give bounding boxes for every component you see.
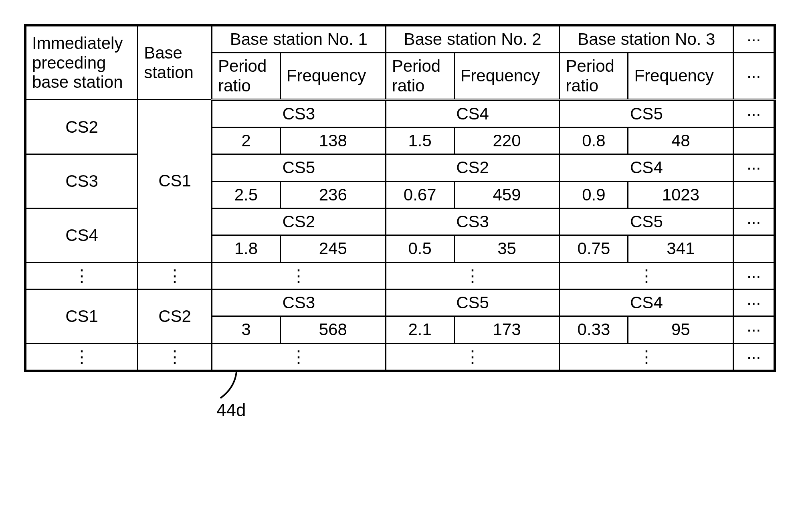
cell-ellipsis: ⋮ — [560, 343, 733, 371]
cell-trail: ··· — [733, 208, 775, 235]
header-bs2: Base station No. 2 — [386, 25, 560, 53]
cell-freq: 173 — [454, 316, 560, 343]
cell-trail — [733, 127, 775, 154]
header-frequency-2: Frequency — [454, 53, 560, 100]
cell-station-name: CS5 — [386, 289, 560, 316]
cell-trail: ··· — [733, 154, 775, 181]
cell-ratio: 1.5 — [386, 127, 454, 154]
cell-trail: ··· — [733, 343, 775, 371]
cell-ellipsis: ⋮ — [25, 343, 138, 371]
cell-station-name: CS4 — [560, 154, 733, 181]
header-frequency-3: Frequency — [628, 53, 733, 100]
cell-ellipsis: ⋮ — [386, 343, 560, 371]
cell-ratio: 1.8 — [212, 235, 280, 262]
table-row-ellipsis: ⋮ ⋮ ⋮ ⋮ ⋮ ··· — [25, 343, 775, 371]
cell-trail: ··· — [733, 100, 775, 127]
header-frequency-1: Frequency — [280, 53, 386, 100]
cell-ratio: 3 — [212, 316, 280, 343]
table-row: CS1 CS2 CS3 CS5 CS4 ··· — [25, 289, 775, 316]
cell-ratio: 0.5 — [386, 235, 454, 262]
cell-freq: 341 — [628, 235, 733, 262]
cell-freq: 138 — [280, 127, 386, 154]
cell-station-name: CS5 — [560, 100, 733, 127]
base-station-table: Immediately preceding base station Base … — [24, 24, 776, 372]
cell-ratio: 0.75 — [560, 235, 628, 262]
cell-ellipsis: ⋮ — [560, 262, 733, 289]
header-dots-2: ··· — [733, 53, 775, 100]
annotation-label: 44d — [216, 400, 246, 420]
cell-ellipsis: ⋮ — [138, 262, 212, 289]
table-row-ellipsis: ⋮ ⋮ ⋮ ⋮ ⋮ ··· — [25, 262, 775, 289]
cell-station-name: CS4 — [560, 289, 733, 316]
cell-freq: 568 — [280, 316, 386, 343]
table-row: CS3 CS5 CS2 CS4 ··· — [25, 154, 775, 181]
cell-trail: ··· — [733, 289, 775, 316]
annotation-callout: 44d — [212, 372, 776, 404]
table-row: CS2 CS1 CS3 CS4 CS5 ··· — [25, 100, 775, 127]
cell-ratio: 0.67 — [386, 181, 454, 208]
table-row: CS4 CS2 CS3 CS5 ··· — [25, 208, 775, 235]
cell-preceding: CS2 — [25, 100, 138, 154]
header-period-ratio-2: Period ratio — [386, 53, 454, 100]
cell-ratio: 2 — [212, 127, 280, 154]
header-bs1: Base station No. 1 — [212, 25, 386, 53]
cell-ellipsis: ⋮ — [212, 343, 386, 371]
header-period-ratio-3: Period ratio — [560, 53, 628, 100]
cell-ratio: 0.8 — [560, 127, 628, 154]
cell-preceding: CS1 — [25, 289, 138, 343]
cell-ratio: 0.33 — [560, 316, 628, 343]
cell-ellipsis: ⋮ — [386, 262, 560, 289]
cell-freq: 236 — [280, 181, 386, 208]
cell-ratio: 0.9 — [560, 181, 628, 208]
cell-ellipsis: ⋮ — [212, 262, 386, 289]
cell-preceding: CS4 — [25, 208, 138, 263]
cell-station-name: CS3 — [212, 100, 386, 127]
cell-freq: 48 — [628, 127, 733, 154]
cell-station-name: CS2 — [386, 154, 560, 181]
header-dots-1: ··· — [733, 25, 775, 53]
cell-ratio: 2.5 — [212, 181, 280, 208]
cell-freq: 1023 — [628, 181, 733, 208]
cell-station-name: CS3 — [386, 208, 560, 235]
header-base-station: Base station — [138, 25, 212, 100]
cell-station-name: CS5 — [560, 208, 733, 235]
cell-station-name: CS2 — [212, 208, 386, 235]
cell-trail: ··· — [733, 316, 775, 343]
header-bs3: Base station No. 3 — [560, 25, 733, 53]
cell-base-station: CS1 — [138, 100, 212, 262]
header-period-ratio-1: Period ratio — [212, 53, 280, 100]
cell-freq: 35 — [454, 235, 560, 262]
cell-station-name: CS4 — [386, 100, 560, 127]
cell-ratio: 2.1 — [386, 316, 454, 343]
cell-station-name: CS5 — [212, 154, 386, 181]
cell-trail: ··· — [733, 262, 775, 289]
cell-base-station: CS2 — [138, 289, 212, 343]
cell-station-name: CS3 — [212, 289, 386, 316]
header-preceding: Immediately preceding base station — [25, 25, 138, 100]
cell-ellipsis: ⋮ — [25, 262, 138, 289]
cell-ellipsis: ⋮ — [138, 343, 212, 371]
cell-trail — [733, 235, 775, 262]
cell-freq: 459 — [454, 181, 560, 208]
cell-preceding: CS3 — [25, 154, 138, 208]
cell-freq: 245 — [280, 235, 386, 262]
cell-freq: 220 — [454, 127, 560, 154]
cell-trail — [733, 181, 775, 208]
cell-freq: 95 — [628, 316, 733, 343]
